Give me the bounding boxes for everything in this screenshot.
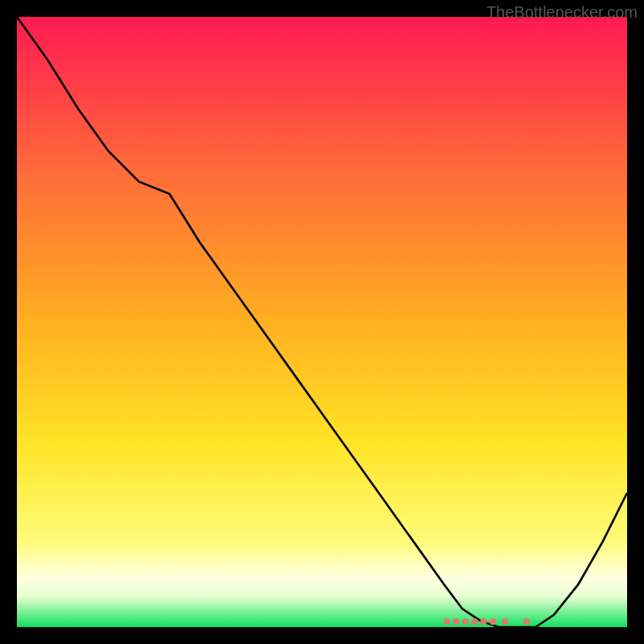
chart-container: TheBottlenecker.com (0, 0, 644, 644)
model-marker (471, 618, 477, 625)
watermark-text: TheBottlenecker.com (486, 3, 638, 22)
model-marker (523, 618, 530, 625)
model-marker (462, 618, 469, 625)
model-marker (502, 618, 508, 625)
model-marker (453, 618, 460, 625)
bottleneck-curve (17, 17, 627, 627)
plot-area (17, 17, 627, 627)
line-overlay (17, 17, 627, 627)
model-marker (444, 618, 450, 625)
model-marker (489, 618, 496, 625)
model-marker (481, 618, 487, 625)
